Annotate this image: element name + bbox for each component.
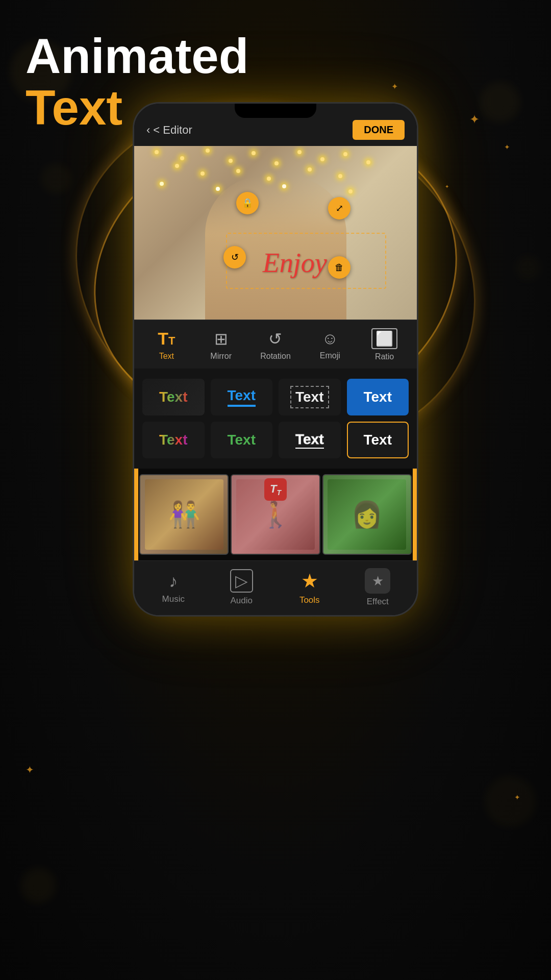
bokeh-dot (480, 82, 520, 122)
sparkle: ✦ (445, 184, 449, 189)
timeline-clip-3[interactable]: 👩 (322, 474, 412, 555)
toolbar-mirror-label: Mirror (210, 352, 232, 361)
mirror-tool-icon: ⊞ (214, 329, 228, 349)
text-style-7[interactable]: Text (279, 422, 341, 458)
fairy-light (252, 151, 256, 155)
bokeh-dot (485, 776, 536, 827)
photo-area: Enjoy 🔒 ⤢ ↺ 🗑 (134, 146, 417, 320)
clip-thumbnail-3: 👩 (328, 479, 406, 550)
toolbar-text[interactable]: TT Text (146, 329, 187, 361)
title-animated: Animated (26, 31, 248, 82)
fairy-light (297, 150, 302, 154)
text-style-6[interactable]: Text (211, 422, 273, 458)
text-style-6-label: Text (228, 432, 256, 448)
nav-effect-label: Effect (367, 597, 389, 607)
done-button[interactable]: DONE (353, 120, 405, 140)
timeline-border-left (134, 469, 138, 560)
title-text: Text (26, 82, 248, 134)
toolbar-emoji[interactable]: ☺ Emoji (310, 329, 350, 360)
effect-icon-box: ★ (365, 568, 390, 594)
fairy-light (160, 182, 164, 186)
tt-icon: TT (270, 482, 281, 497)
nav-music[interactable]: ♪ Music (151, 571, 196, 604)
text-style-2[interactable]: Text (211, 379, 273, 415)
fairy-light (267, 177, 271, 181)
fairy-light (338, 174, 342, 178)
nav-audio-label: Audio (231, 596, 253, 606)
fairy-light (180, 156, 184, 160)
fairy-light (201, 172, 205, 176)
text-style-3-label: Text (290, 386, 329, 408)
bokeh-dot (515, 255, 541, 281)
timeline-clip-1[interactable]: 👫 (139, 474, 229, 555)
clip-icon-1: 👫 (168, 500, 200, 529)
toolbar-ratio[interactable]: ⬜ Ratio (364, 328, 405, 361)
clip-thumbnail-1: 👫 (145, 479, 223, 550)
fairy-light (206, 149, 210, 153)
clip-overlay-1: 👫 (140, 475, 228, 554)
fairy-light (320, 157, 324, 161)
delete-handle[interactable]: 🗑 (328, 256, 350, 279)
text-style-3[interactable]: Text (279, 379, 341, 415)
phone-mockup: ‹ < Editor DONE (133, 102, 418, 617)
fairy-light (274, 161, 279, 165)
timeline-border-right (413, 469, 417, 560)
timeline-strip: 👫 TT 🚶 (134, 469, 417, 560)
text-style-2-label: Text (228, 387, 256, 407)
sparkle: ✦ (504, 143, 510, 151)
music-icon: ♪ (169, 571, 178, 591)
bottom-nav: ♪ Music ▷ Audio ★ Tools ★ Effect (134, 560, 417, 615)
audio-icon: ▷ (230, 569, 253, 593)
page-title: Animated Text (26, 31, 248, 134)
clip-icon-3: 👩 (351, 500, 383, 529)
sparkle: ✦ (391, 82, 398, 91)
toolbar-rotation-label: Rotation (260, 352, 291, 361)
fairy-light (229, 159, 233, 163)
sparkle: ✦ (469, 112, 480, 127)
phone-frame: ‹ < Editor DONE (133, 102, 418, 617)
fairy-light (366, 160, 370, 164)
sparkle: ✦ (514, 793, 520, 801)
text-style-8-label: Text (364, 432, 392, 448)
toolbar-rotation[interactable]: ↺ Rotation (255, 329, 296, 361)
effect-icon: ★ (372, 573, 384, 589)
nav-tools-label: Tools (299, 595, 320, 605)
text-style-1-label: Text (159, 389, 188, 405)
scale-handle[interactable]: ⤢ (328, 197, 350, 219)
nav-tools[interactable]: ★ Tools (287, 570, 333, 605)
text-style-5[interactable]: Text (142, 422, 205, 458)
phone-inner: ‹ < Editor DONE (134, 104, 417, 615)
text-style-7-label: Text (295, 431, 324, 449)
fairy-light (343, 152, 347, 156)
timeline-clip-2[interactable]: TT 🚶 (231, 474, 320, 555)
fairy-light (155, 150, 159, 154)
bokeh-dot (20, 868, 56, 903)
fairy-light (282, 184, 286, 188)
tt-badge: TT (264, 478, 287, 501)
toolbar-text-label: Text (159, 352, 174, 361)
toolbar-mirror[interactable]: ⊞ Mirror (201, 329, 241, 361)
enjoy-text: Enjoy (263, 247, 327, 279)
toolbar: TT Text ⊞ Mirror ↺ Rotation ☺ Emoji ⬜ (134, 320, 417, 369)
fairy-light (348, 189, 353, 193)
text-style-5-label: Text (159, 432, 188, 448)
text-style-grid: Text Text Text Text Text Text (134, 369, 417, 469)
ratio-tool-icon: ⬜ (371, 328, 397, 349)
clip-overlay-3: 👩 (323, 475, 411, 554)
fairy-lights (134, 146, 417, 207)
text-style-4-label: Text (364, 389, 392, 405)
emoji-tool-icon: ☺ (321, 329, 338, 348)
tools-icon: ★ (301, 570, 318, 592)
sparkle: ✦ (26, 764, 34, 776)
toolbar-ratio-label: Ratio (375, 352, 394, 361)
nav-effect[interactable]: ★ Effect (355, 568, 400, 607)
lock-handle[interactable]: 🔒 (236, 192, 259, 214)
nav-audio[interactable]: ▷ Audio (218, 569, 264, 606)
text-style-1[interactable]: Text (142, 379, 205, 415)
toolbar-emoji-label: Emoji (320, 351, 340, 360)
nav-music-label: Music (162, 594, 185, 604)
text-style-4[interactable]: Text (347, 379, 409, 415)
rotate-handle[interactable]: ↺ (223, 246, 246, 268)
text-tool-icon: TT (158, 329, 175, 349)
text-style-8[interactable]: Text (347, 422, 409, 458)
